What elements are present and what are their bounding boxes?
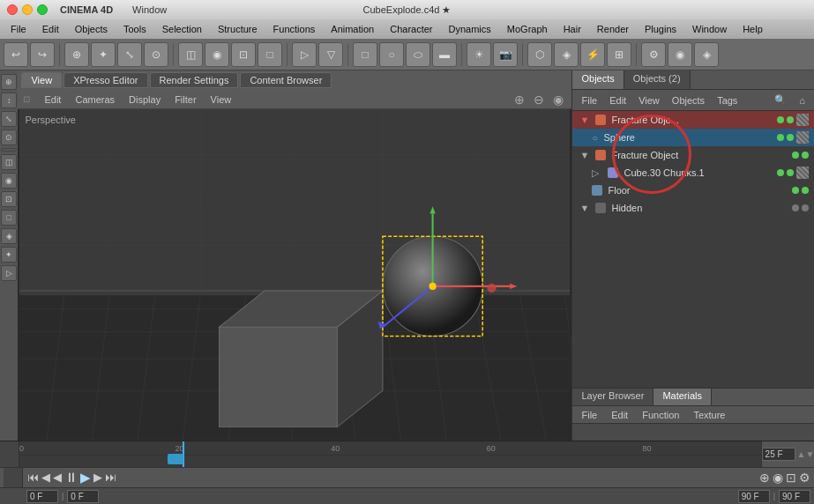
menu-help[interactable]: Help: [736, 22, 770, 36]
menu-mograph[interactable]: MoGraph: [500, 22, 555, 36]
tab-render-settings[interactable]: Render Settings: [150, 72, 239, 88]
bp-file[interactable]: File: [576, 409, 602, 421]
edge-tool[interactable]: ⊡: [1, 191, 17, 207]
end-frame-input[interactable]: [738, 490, 770, 503]
obj-sphere[interactable]: ○ Sphere: [572, 129, 814, 146]
obj-tags-menu[interactable]: Tags: [712, 94, 743, 107]
render-full[interactable]: ◉: [668, 42, 692, 67]
add-sphere[interactable]: ○: [379, 42, 404, 67]
poly-tool[interactable]: □: [1, 210, 17, 226]
rotate-tool[interactable]: ⊙: [144, 42, 168, 67]
mograph-tool[interactable]: ◈: [554, 42, 579, 67]
obj-cube-chunks[interactable]: ▷ Cube.30 Chunks.1: [572, 164, 814, 182]
bp-texture[interactable]: Texture: [688, 409, 730, 421]
obj-hidden[interactable]: ▼ Hidden: [572, 199, 814, 217]
polygon-mode[interactable]: □: [258, 42, 282, 67]
add-light[interactable]: ☀: [467, 42, 491, 67]
menu-render[interactable]: Render: [590, 22, 636, 36]
sculpt-tool[interactable]: ▷: [1, 265, 17, 281]
move-mode-tool[interactable]: ↕: [1, 93, 17, 108]
render-region[interactable]: ▽: [318, 42, 343, 67]
tab-materials[interactable]: Materials: [653, 389, 712, 405]
menu-animation[interactable]: Animation: [324, 22, 381, 36]
viewport-canvas[interactable]: Perspective: [18, 109, 571, 441]
menu-edit[interactable]: Edit: [35, 22, 66, 36]
btn-goto-end[interactable]: ⏭: [105, 471, 116, 484]
render-multi[interactable]: ◈: [694, 42, 719, 67]
point-tool[interactable]: ◉: [1, 173, 17, 189]
max-frame-input[interactable]: [779, 490, 810, 503]
scale-mode-tool[interactable]: ⤡: [1, 111, 17, 127]
menu-tools[interactable]: Tools: [116, 22, 153, 36]
btn-prev-key[interactable]: ◀: [53, 471, 62, 484]
point-mode[interactable]: ◉: [205, 42, 229, 67]
render-settings[interactable]: ⚙: [641, 42, 666, 67]
vp-filter-menu[interactable]: Filter: [169, 93, 201, 106]
menu-character[interactable]: Character: [383, 22, 439, 36]
move-tool[interactable]: ✦: [91, 42, 116, 67]
menu-objects[interactable]: Objects: [68, 22, 115, 36]
menu-dynamics[interactable]: Dynamics: [442, 22, 498, 36]
add-plane[interactable]: ▬: [432, 42, 457, 67]
objects-tab-2[interactable]: Objects (2): [624, 70, 691, 89]
timeline-bar[interactable]: [168, 454, 183, 464]
uv-tool[interactable]: ◈: [1, 228, 17, 244]
vp-collapse-icon[interactable]: ⊖: [534, 93, 544, 107]
scale-tool[interactable]: ⤡: [117, 42, 142, 67]
maximize-button[interactable]: [37, 4, 48, 15]
btn-next-key[interactable]: ▶: [93, 471, 102, 484]
btn-motion[interactable]: ⊡: [786, 471, 796, 485]
add-cylinder[interactable]: ⬭: [406, 42, 430, 67]
obj-file-menu[interactable]: File: [576, 94, 602, 107]
tab-layer-browser[interactable]: Layer Browser: [572, 389, 653, 405]
menu-file[interactable]: File: [4, 22, 34, 36]
menu-functions[interactable]: Functions: [266, 22, 323, 36]
add-cube[interactable]: □: [353, 42, 377, 67]
current-frame-input[interactable]: [26, 490, 58, 503]
obj-fracture-1[interactable]: ▼ Fracture Obje...: [572, 111, 814, 129]
tab-xpresso[interactable]: XPresso Editor: [63, 72, 147, 88]
vp-expand-icon[interactable]: ⊕: [514, 93, 525, 107]
start-frame-input[interactable]: [67, 490, 99, 503]
edge-mode[interactable]: ⊡: [231, 42, 256, 67]
menu-plugins[interactable]: Plugins: [638, 22, 683, 36]
tab-content-browser[interactable]: Content Browser: [240, 72, 332, 88]
close-button[interactable]: [7, 4, 18, 15]
render-button[interactable]: ▷: [292, 42, 317, 67]
menu-structure[interactable]: Structure: [211, 22, 265, 36]
obj-fracture-2[interactable]: ▼ Fracture Object: [572, 146, 814, 164]
select-mode-tool[interactable]: ⊕: [1, 74, 17, 90]
vp-edit-menu[interactable]: Edit: [39, 93, 66, 106]
btn-prev-frame[interactable]: ◀: [41, 471, 50, 484]
vp-full-icon[interactable]: ◉: [553, 93, 564, 107]
tab-view[interactable]: View: [21, 72, 62, 88]
fracture-tool[interactable]: ⬡: [527, 42, 552, 67]
add-camera[interactable]: 📷: [493, 42, 518, 67]
fps-arrow[interactable]: ▲▼: [797, 449, 814, 459]
vp-display-menu[interactable]: Display: [123, 93, 166, 106]
bp-function[interactable]: Function: [637, 409, 684, 421]
select-tool[interactable]: ⊕: [64, 42, 89, 67]
vp-view-menu[interactable]: View: [205, 93, 237, 106]
timeline-track[interactable]: 0 20 40 60 80: [19, 441, 761, 467]
obj-edit-menu[interactable]: Edit: [604, 94, 631, 107]
paint-tool[interactable]: ✦: [1, 247, 17, 263]
btn-play[interactable]: ▶: [80, 470, 91, 485]
bp-edit[interactable]: Edit: [606, 409, 633, 421]
obj-floor[interactable]: Floor: [572, 182, 814, 199]
window-menu[interactable]: Window: [132, 4, 167, 15]
btn-render-anim[interactable]: ⚙: [799, 471, 810, 485]
menu-selection[interactable]: Selection: [155, 22, 209, 36]
object-mode[interactable]: ◫: [178, 42, 203, 67]
redo-button[interactable]: ↪: [30, 42, 55, 67]
rotate-mode-tool[interactable]: ⊙: [1, 130, 17, 145]
obj-objects-menu[interactable]: Objects: [667, 94, 710, 107]
model-tool[interactable]: ◫: [1, 154, 17, 170]
obj-search-icon[interactable]: 🔍: [769, 93, 792, 107]
obj-home-icon[interactable]: ⌂: [794, 94, 810, 107]
btn-goto-start[interactable]: ⏮: [27, 471, 39, 484]
minimize-button[interactable]: [22, 4, 33, 15]
btn-record[interactable]: ⊕: [759, 471, 770, 485]
dynamics-tool[interactable]: ⚡: [580, 42, 605, 67]
vp-cameras-menu[interactable]: Cameras: [70, 93, 120, 106]
